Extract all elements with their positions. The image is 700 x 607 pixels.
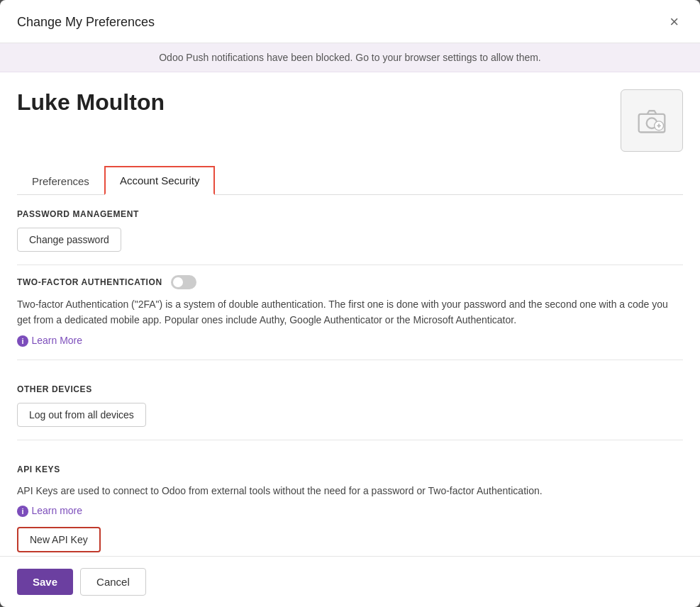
modal-title: Change My Preferences (17, 15, 155, 30)
two-fa-section: TWO-FACTOR AUTHENTICATION Two-factor Aut… (17, 275, 683, 347)
api-keys-section: API KEYS API Keys are used to connect to… (17, 464, 683, 552)
tab-account-security[interactable]: Account Security (104, 166, 216, 195)
password-section-label: PASSWORD MANAGEMENT (17, 209, 683, 219)
camera-icon (636, 105, 667, 136)
new-api-key-button[interactable]: New API Key (18, 528, 99, 551)
notification-text: Odoo Push notifications have been blocke… (159, 52, 541, 63)
other-devices-label: OTHER DEVICES (17, 384, 683, 394)
api-info-icon: i (17, 506, 28, 517)
modal-overlay: Change My Preferences × Odoo Push notifi… (0, 0, 700, 607)
close-button[interactable]: × (665, 13, 683, 31)
logout-all-devices-button[interactable]: Log out from all devices (17, 403, 146, 427)
divider-2 (17, 360, 683, 360)
two-fa-toggle[interactable] (171, 275, 196, 289)
tab-preferences[interactable]: Preferences (17, 166, 104, 195)
two-fa-learn-more-link[interactable]: Learn More (31, 335, 82, 346)
api-keys-label: API KEYS (17, 464, 683, 474)
modal-header: Change My Preferences × (0, 0, 700, 43)
notification-bar: Odoo Push notifications have been blocke… (0, 43, 700, 72)
modal-body: Luke Moulton P (0, 72, 700, 556)
password-management-section: PASSWORD MANAGEMENT Change password (17, 209, 683, 252)
tabs: Preferences Account Security (17, 166, 683, 195)
user-row: Luke Moulton (17, 89, 683, 152)
save-button[interactable]: Save (17, 569, 73, 595)
modal-footer: Save Cancel (0, 556, 700, 607)
change-password-button[interactable]: Change password (17, 228, 121, 252)
two-fa-label: TWO-FACTOR AUTHENTICATION (17, 277, 162, 287)
api-keys-description: API Keys are used to connect to Odoo fro… (17, 483, 683, 499)
two-fa-description: Two-factor Authentication ("2FA") is a s… (17, 296, 683, 328)
new-api-key-btn-wrapper: New API Key (17, 527, 101, 552)
divider-3 (17, 440, 683, 440)
avatar-upload-button[interactable] (621, 89, 683, 152)
user-name: Luke Moulton (17, 89, 165, 116)
api-learn-more-link[interactable]: Learn more (31, 505, 82, 516)
divider-1 (17, 264, 683, 265)
cancel-button[interactable]: Cancel (80, 568, 146, 596)
other-devices-section: OTHER DEVICES Log out from all devices (17, 384, 683, 427)
modal: Change My Preferences × Odoo Push notifi… (0, 0, 700, 607)
two-fa-header-row: TWO-FACTOR AUTHENTICATION (17, 275, 683, 289)
info-icon: i (17, 335, 28, 347)
